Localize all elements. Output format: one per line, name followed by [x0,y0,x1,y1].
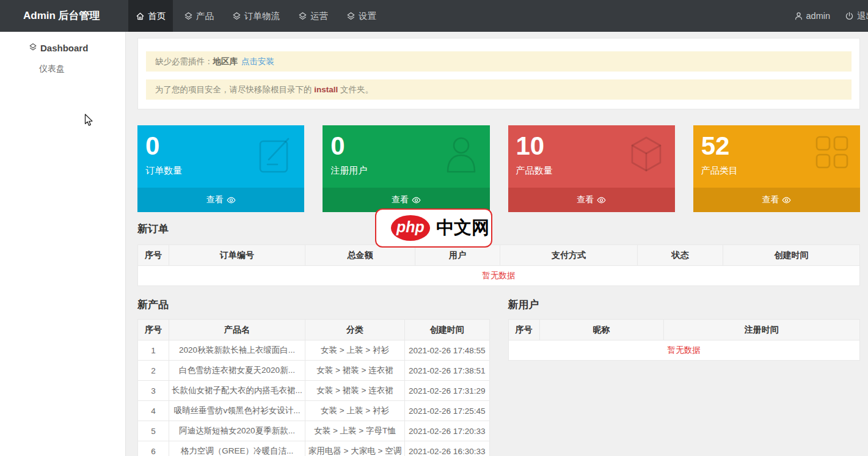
eye-icon [412,197,421,204]
view-label: 查看 [577,194,594,205]
view-label: 查看 [392,194,409,205]
view-products-button[interactable]: 查看 [508,188,675,212]
alert-strong: install [314,85,338,94]
cell-created-time: 2021-02-26 17:31:29 [405,381,490,401]
install-plugin-link[interactable]: 点击安装 [241,57,274,66]
col-header: 序号 [508,320,539,340]
nav-right: admin 退出 [787,0,868,32]
user-icon [794,12,803,21]
nav-label: 运营 [310,10,328,22]
users-table: 序号 昵称 注册时间 暂无数据 [508,319,861,361]
nav-label: 设置 [359,10,376,22]
stack-icon [29,43,37,53]
cell-product-name: 阿迪达斯短袖女2020夏季新款... [169,421,305,441]
col-header: 用户 [415,245,500,266]
orders-empty-row: 暂无数据 [138,266,860,286]
nav-item-user[interactable]: admin [787,0,838,32]
username: admin [806,11,831,21]
top-navbar: Admin 后台管理 首页 产品 订单物流 运营 设置 admin 退 [0,0,868,32]
main-content: 缺少必需插件：地区库点击安装 为了您的项目安全，请尽快移除根目录下的 insta… [126,32,868,456]
products-section-title: 新产品 [137,299,490,311]
nav-item-operations[interactable]: 运营 [291,0,335,32]
stack-icon [298,12,307,21]
stat-cards: 0 订单数量 查看 0 注册用户 查看 [137,125,860,212]
app-brand: Admin 后台管理 [0,0,128,32]
cell-index: 2 [138,361,169,381]
stat-card-orders: 0 订单数量 查看 [137,125,304,212]
products-section: 新产品 序号 产品名 分类 创建时间 1 2020秋装新款长袖上衣缎面白... [137,299,490,456]
cell-index: 3 [138,381,169,401]
alert-strong: 地区库 [213,57,238,66]
product-row: 3 长款仙女裙子配大衣的内搭毛衣裙... 女装 > 裙装 > 连衣裙 2021-… [138,381,490,401]
stack-icon [184,12,193,21]
orders-table: 序号 订单编号 总金额 用户 支付方式 状态 创建时间 暂无数据 [137,245,860,286]
cell-index: 5 [138,421,169,441]
bottom-section: 新产品 序号 产品名 分类 创建时间 1 2020秋装新款长袖上衣缎面白... [137,299,860,456]
view-orders-button[interactable]: 查看 [137,188,304,212]
stat-card-products: 10 产品数量 查看 [508,125,675,212]
product-row: 4 吸睛丝垂雪纺v领黑色衬衫女设计... 女装 > 上装 > 衬衫 2021-0… [138,401,490,421]
col-header: 支付方式 [500,245,638,266]
product-row: 6 格力空调（GREE）冷暖自洁... 家用电器 > 大家电 > 空调 2021… [138,441,490,456]
sidebar-heading-label: Dashboard [40,43,88,53]
sidebar: Dashboard 仪表盘 [0,32,126,456]
col-header: 序号 [138,320,169,340]
empty-text: 暂无数据 [508,340,860,361]
nav-item-logout[interactable]: 退出 [837,0,868,32]
cell-created-time: 2021-02-26 17:20:33 [405,421,490,441]
alerts-panel: 缺少必需插件：地区库点击安装 为了您的项目安全，请尽快移除根目录下的 insta… [137,38,860,109]
card-body: 10 产品数量 [508,125,675,188]
cell-product-name: 2020秋装新款长袖上衣缎面白... [169,340,305,361]
logout-label: 退出 [857,10,868,22]
cell-created-time: 2021-02-26 17:48:55 [405,340,490,361]
grid-icon [815,135,849,169]
users-empty-row: 暂无数据 [508,340,860,361]
cell-index: 1 [138,340,169,361]
card-body: 0 注册用户 [323,125,489,188]
cell-category: 女装 > 裙装 > 连衣裙 [305,381,405,401]
col-header: 订单编号 [169,245,305,266]
php-logo-icon: php [391,215,430,241]
nav-item-settings[interactable]: 设置 [339,0,384,32]
cell-category: 女装 > 上装 > 衬衫 [305,401,405,421]
stat-card-users: 0 注册用户 查看 [323,125,489,212]
watermark-text: 中文网 [436,216,489,240]
eye-icon [782,197,791,204]
nav-item-orders[interactable]: 订单物流 [225,0,287,32]
cell-index: 6 [138,441,169,456]
products-header-row: 序号 产品名 分类 创建时间 [138,320,490,340]
product-row: 1 2020秋装新款长袖上衣缎面白... 女装 > 上装 > 衬衫 2021-0… [138,340,490,361]
product-row: 5 阿迪达斯短袖女2020夏季新款... 女装 > 上装 > 字母T恤 2021… [138,421,490,441]
edit-icon [258,135,293,175]
stat-card-categories: 52 产品类目 查看 [693,125,860,212]
products-table: 序号 产品名 分类 创建时间 1 2020秋装新款长袖上衣缎面白... 女装 >… [137,319,490,456]
col-header: 总金额 [305,245,415,266]
card-body: 52 产品类目 [693,125,860,188]
alert-missing-plugin: 缺少必需插件：地区库点击安装 [146,51,852,72]
orders-section-title: 新订单 [137,223,860,235]
stack-icon [346,12,356,21]
view-categories-button[interactable]: 查看 [693,188,860,212]
col-header: 注册时间 [663,320,860,340]
card-body: 0 订单数量 [137,125,304,188]
home-icon [136,12,145,21]
view-label: 查看 [762,194,779,205]
view-label: 查看 [206,194,224,205]
cell-product-name: 格力空调（GREE）冷暖自洁... [169,441,305,456]
php-watermark-logo: php 中文网 [375,208,492,248]
cell-product-name: 吸睛丝垂雪纺v领黑色衬衫女设计... [169,401,305,421]
col-header: 状态 [638,245,723,266]
eye-icon [227,197,236,204]
empty-text: 暂无数据 [138,266,860,286]
col-header: 创建时间 [405,320,490,340]
orders-header-row: 序号 订单编号 总金额 用户 支付方式 状态 创建时间 [138,245,860,266]
sidebar-item-dashboard[interactable]: Dashboard [0,32,125,58]
nav-item-home[interactable]: 首页 [128,0,173,32]
product-row: 2 白色雪纺连衣裙女夏天2020新... 女装 > 裙装 > 连衣裙 2021-… [138,361,490,381]
cell-category: 女装 > 上装 > 衬衫 [305,340,405,361]
sidebar-item-dashboard-panel[interactable]: 仪表盘 [0,58,125,80]
users-section: 新用户 序号 昵称 注册时间 暂无数据 [508,299,861,456]
nav-item-products[interactable]: 产品 [177,0,221,32]
alert-text: 文件夹。 [338,85,373,94]
cell-created-time: 2021-02-26 16:30:33 [405,441,490,456]
